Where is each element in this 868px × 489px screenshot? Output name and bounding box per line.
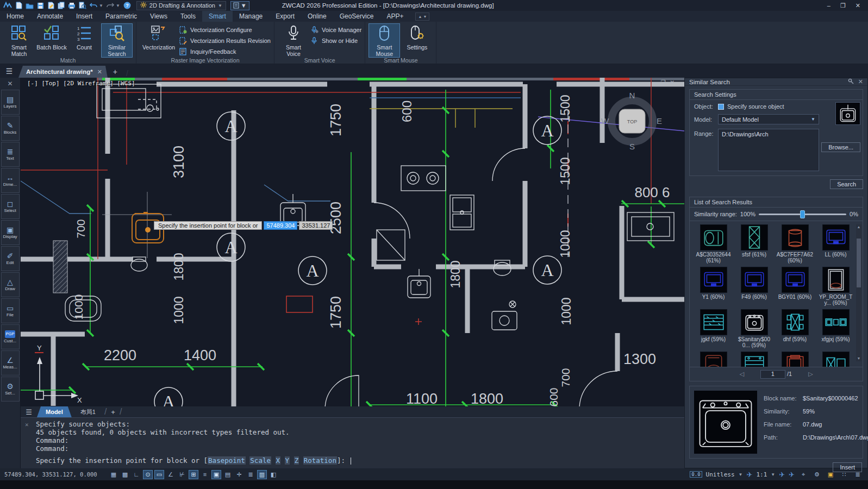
ortho-icon[interactable]: ∟ [132,470,141,479]
ribbon-tab-smart[interactable]: Smart [202,11,233,22]
grid-icon[interactable]: ▦ [109,470,118,479]
search-result-item[interactable]: $Sanitary$000... (59%) [735,309,773,348]
ribbon-tab-annotate[interactable]: Annotate [30,11,70,22]
preview-icon[interactable] [79,2,86,9]
doc-menu-icon[interactable]: ☰ [0,64,18,78]
new-doc-tab-button[interactable]: + [108,66,123,78]
command-keyword[interactable]: Z [294,456,299,465]
model-dropdown[interactable]: Default Model ▼ [718,114,819,124]
maximize-button[interactable]: ❐ [840,2,846,9]
isolate-objects-icon[interactable]: ◧ [268,470,278,479]
similarity-slider[interactable] [759,214,846,215]
ribbon-tab-geoservice[interactable]: GeoService [333,11,380,22]
sidebar-item-display[interactable]: ▣Display [1,220,20,245]
search-result-item[interactable]: A$C7FEF7A62 (60%) [776,224,814,264]
slider-handle[interactable] [800,210,805,218]
voice-manager-button[interactable]: Voice Manager [310,26,361,34]
smart-match-button[interactable]: Smart Match [3,23,35,58]
search-result-item[interactable] [816,352,855,367]
angle-snap-icon[interactable]: ∠ [166,470,176,479]
search-result-item[interactable]: BGY01 (60%) [776,267,814,306]
panel-pin-icon[interactable] [848,78,854,85]
sidebar-close-icon[interactable]: ✕ [7,78,13,90]
ribbon-tab-insert[interactable]: Insert [70,11,99,22]
ribbon-tab-export[interactable]: Export [269,11,301,22]
selection-cycling-icon[interactable]: ✛ [234,470,244,479]
help-icon[interactable]: ? [123,2,131,9]
transparency-icon[interactable]: ▣ [211,470,221,479]
close-button[interactable]: ✕ [855,2,860,9]
sidebar-item-edit[interactable]: ✐Edit [1,246,20,271]
ribbon-tab-parametric[interactable]: Parametric [99,11,143,22]
workspace-switcher[interactable]: 2D Drafting & Annotation ▼ [136,1,226,10]
sidebar-item-set[interactable]: ⚙Set... [1,377,20,402]
quick-properties-icon[interactable]: ▤ [223,470,233,479]
next-page-icon[interactable]: ▷ [808,371,813,378]
minimize-button[interactable]: – [827,2,830,9]
range-field[interactable]: D:\Drawings\Arch [718,129,819,171]
command-keyword[interactable]: Scale [249,456,271,465]
search-result-item[interactable]: xfgjxj (59%) [816,309,855,348]
dynamic-input-icon[interactable]: ≣ [246,470,255,479]
ribbon-tab-online[interactable]: Online [301,11,333,22]
command-keyword[interactable]: Rotation [303,456,337,465]
search-result-item[interactable]: dhf (59%) [776,309,814,348]
redo-dropdown-icon[interactable]: ▼ [116,3,120,8]
copy-icon[interactable] [58,2,65,9]
scroll-up-icon[interactable]: ▲ [856,224,861,230]
dynamic-input-y-field[interactable]: 33531.127 [299,221,333,230]
sidebar-item-dime[interactable]: ↔Dime... [1,168,20,193]
search-result-item[interactable] [694,352,733,367]
view-cube[interactable]: TOP N S W E [601,91,662,151]
results-scrollbar[interactable]: ▲ ▼ [856,224,861,361]
command-prompt[interactable]: Specify the insertion point for block or… [36,456,351,465]
ribbon-tab-tools[interactable]: Tools [174,11,202,22]
mouse-settings-button[interactable]: Settings [401,23,433,58]
vectorization-configure-button[interactable]: Vectorization Configure [179,26,271,34]
command-line-panel[interactable]: ✕ Specify source objects:45 objects foun… [21,417,684,468]
layout1-tab[interactable]: 布局1 [72,406,104,417]
polar-angle-icon[interactable]: ⊬ [177,470,187,479]
save-icon[interactable] [37,2,44,9]
command-keyword[interactable]: Basepoint [208,456,246,465]
search-result-item[interactable]: Y1 (60%) [694,267,733,306]
viewport-label[interactable]: [-] [Top] [2D Wireframe] [WCS] [27,80,135,87]
search-result-item[interactable] [735,352,773,367]
snap-icon[interactable]: ▩ [120,470,130,479]
ribbon-collapse-control[interactable]: ▲▼ [415,12,429,21]
save-as-icon[interactable] [47,2,54,9]
browse-button[interactable]: Browse... [821,142,860,152]
panel-close-icon[interactable]: ✕ [858,78,863,85]
toolbar-options[interactable]: ▼ [230,1,249,10]
vectorization-button[interactable]: Vectorization [140,23,178,57]
viewport-minimize-icon[interactable]: – [653,79,657,85]
workspace-toggle-icon[interactable]: ▥ [257,470,267,479]
prev-page-icon[interactable]: ◁ [739,371,744,378]
sidebar-item-text[interactable]: ≣Text [1,142,20,167]
smart-mouse-button[interactable]: Smart Mouse [369,23,400,58]
undo-icon[interactable] [90,2,97,9]
layout-menu-icon[interactable]: ☰ [21,408,37,416]
lineweight-icon[interactable]: ≡ [200,470,210,479]
show-or-hide-button[interactable]: Show or Hide [310,36,361,45]
drawing-canvas[interactable]: TOP N S W E Y X 600310017502500175018001… [21,78,684,406]
sidebar-item-select[interactable]: ◻Select [1,194,20,219]
sidebar-item-cust[interactable]: PGPCust... [1,324,20,349]
ribbon-tab-home[interactable]: Home [0,11,30,22]
scroll-down-icon[interactable]: ▼ [856,356,861,361]
sidebar-item-draw[interactable]: △Draw [1,272,20,297]
search-result-item[interactable]: YP_ROOM_Ty... (60%) [816,267,855,306]
command-keyword[interactable]: X [276,456,281,465]
doc-tab-close-icon[interactable]: ✕ [97,68,102,76]
ribbon-tab-app[interactable]: APP+ [380,11,410,22]
search-result-item[interactable]: jgkf (59%) [694,309,733,348]
sidebar-item-file[interactable]: ▭File [1,298,20,323]
insert-button[interactable]: Insert [833,462,862,472]
redo-icon[interactable] [107,2,114,9]
command-keyword[interactable]: Y [285,456,290,465]
ribbon-tab-views[interactable]: Views [143,11,174,22]
undo-dropdown-icon[interactable]: ▼ [99,3,103,8]
command-close-icon[interactable]: ✕ [25,421,29,428]
object-value[interactable]: Specify source object [727,103,784,110]
inquiry-feedback-button[interactable]: Inquiry/Feedback [179,47,271,56]
